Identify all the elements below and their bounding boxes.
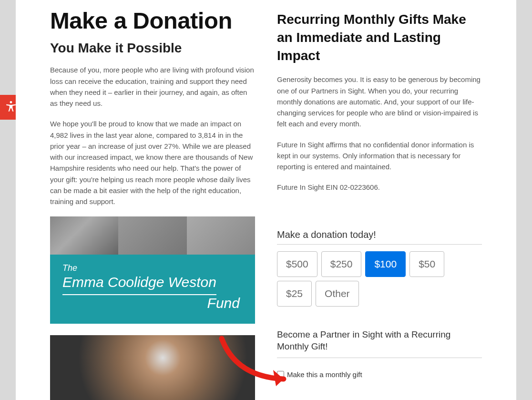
amount-option-25[interactable]: $25	[277, 281, 312, 307]
side-paragraph-1: Generosity becomes you. It is easy to be…	[277, 74, 482, 129]
recurring-section-title: Become a Partner in Sight with a Recurri…	[277, 328, 482, 358]
side-column: Recurring Monthly Gifts Make an Immediat…	[277, 9, 482, 400]
accessibility-icon	[5, 100, 17, 114]
bottom-feature-image	[50, 335, 255, 400]
subheading: You Make it Possible	[50, 41, 255, 56]
amount-option-100[interactable]: $100	[365, 251, 406, 277]
fund-line1: The	[62, 263, 243, 273]
amount-options: $500$250$100$50$25Other	[277, 251, 482, 307]
ein-line: Future In Sight EIN 02-0223606.	[277, 182, 482, 193]
donation-form-title: Make a donation today!	[277, 229, 482, 245]
monthly-gift-checkbox[interactable]	[277, 371, 284, 378]
amount-option-50[interactable]: $50	[409, 251, 444, 277]
main-column: Make a Donation You Make it Possible Bec…	[50, 9, 255, 400]
page-title: Make a Donation	[50, 9, 255, 33]
fund-promo-block[interactable]: The Emma Coolidge Weston Fund	[50, 216, 255, 324]
fund-line2: Emma Coolidge Weston	[62, 274, 216, 295]
intro-paragraph-2: We hope you'll be proud to know that we …	[50, 118, 255, 207]
amount-option-500[interactable]: $500	[277, 251, 317, 277]
intro-paragraph-1: Because of you, more people who are livi…	[50, 64, 255, 109]
fund-photo	[50, 216, 118, 255]
page-content: Make a Donation You Make it Possible Bec…	[16, 0, 516, 400]
fund-photo	[187, 216, 255, 255]
monthly-gift-option[interactable]: Make this a monthly gift	[277, 370, 482, 379]
side-heading: Recurring Monthly Gifts Make an Immediat…	[277, 10, 482, 64]
fund-photo-strip	[50, 216, 255, 255]
side-paragraph-2: Future In Sight affirms that no confiden…	[277, 139, 482, 173]
monthly-gift-label: Make this a monthly gift	[287, 370, 362, 379]
donation-form: Make a donation today! $500$250$100$50$2…	[277, 229, 482, 379]
svg-point-0	[10, 101, 12, 103]
fund-banner: The Emma Coolidge Weston Fund	[50, 255, 255, 324]
amount-option-250[interactable]: $250	[321, 251, 362, 277]
fund-photo	[118, 216, 186, 255]
amount-option-other[interactable]: Other	[316, 281, 359, 307]
fund-line3: Fund	[62, 295, 243, 311]
